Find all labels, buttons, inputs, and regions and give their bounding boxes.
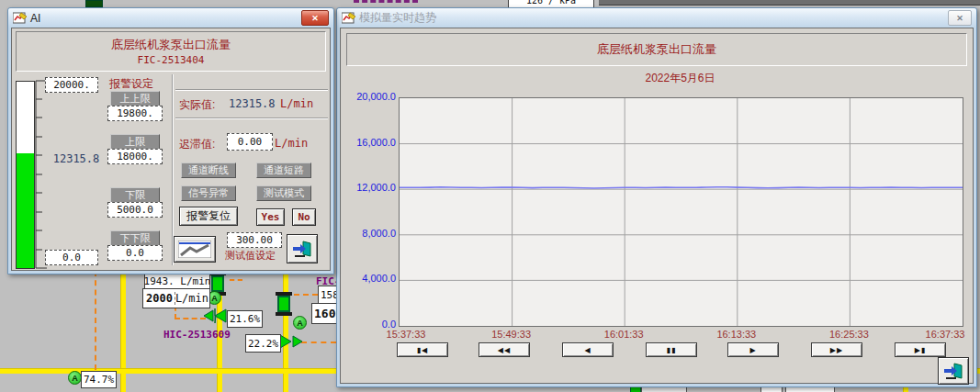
trend-window-title: 模拟量实时趋势 [359, 10, 436, 26]
alarm-hi-field[interactable]: 18000. [107, 149, 163, 164]
playback-pause-button[interactable]: ▮▮ [646, 342, 697, 357]
playback-play-button[interactable]: ▶ [727, 342, 779, 357]
hysteresis-label: 迟滞值: [179, 137, 215, 152]
playback-skip-end-button[interactable]: ▶▮ [895, 342, 946, 357]
yes-button[interactable]: Yes [256, 208, 285, 226]
actual-value: 12315.8 [229, 97, 276, 110]
faceplate-tag: FIC-2513404 [17, 54, 325, 66]
hysteresis-unit: L/min [275, 137, 308, 150]
open-trend-button[interactable] [174, 236, 216, 263]
test-value-label: 测试值设定 [225, 249, 276, 263]
valve-percent-readout[interactable]: 22.2% [245, 334, 281, 353]
test-value-field[interactable]: 300.00 [227, 232, 282, 248]
trend-app-icon [342, 12, 355, 24]
signal-line [294, 294, 318, 296]
exit-door-icon [292, 240, 312, 258]
signal-line [301, 342, 336, 343]
trend-line [400, 187, 963, 188]
ai-window-content: 底层纸机浆泵出口流量 FIC-2513404 20000. 0.0 12315.… [11, 28, 331, 271]
x-tick-label: 16:25:33 [829, 329, 869, 340]
trend-exit-button[interactable] [938, 357, 969, 385]
gauge-current-value: 12315.8 [51, 152, 102, 165]
valve-percent-readout[interactable]: 74.7% [81, 371, 117, 388]
flow-setpoint-value: 2000 [144, 292, 175, 305]
alarm-reset-button[interactable]: 报警复位 [179, 207, 238, 226]
divider [175, 89, 328, 91]
channel-short-button[interactable]: 通道短路 [256, 162, 311, 178]
x-tick-label: 16:01:33 [604, 329, 644, 340]
x-tick-label: 16:37:33 [926, 329, 965, 340]
pump-symbol[interactable] [276, 292, 292, 316]
hic-tag-label: HIC-2513609 [163, 329, 231, 341]
y-tick-label: 16,000.0 [343, 137, 396, 148]
faceplate-header: 底层纸机浆泵出口流量 FIC-2513404 [16, 31, 326, 72]
y-tick-label: 4,000.0 [343, 273, 396, 284]
trend-window: 模拟量实时趋势 ✕ 底层纸机浆泵出口流量 2022年5月6日 20,000.0 … [336, 7, 977, 387]
flow-setpoint-box[interactable]: 2000 L/min [142, 288, 210, 308]
alarm-lo-label: 下限 [110, 187, 160, 203]
signal-line [230, 279, 242, 281]
channel-open-button[interactable]: 通道断线 [181, 162, 236, 178]
background-fragment [599, 0, 980, 6]
x-tick-label: 15:49:33 [491, 329, 531, 340]
alarm-settings-title: 报警设定 [109, 76, 153, 92]
ai-app-icon [13, 12, 27, 24]
test-mode-button[interactable]: 测试模式 [256, 185, 311, 201]
trend-header: 底层纸机浆泵出口流量 [346, 33, 967, 66]
alarm-hihi-label: 上上限 [110, 91, 160, 106]
signal-abnormal-button[interactable]: 信号异常 [181, 185, 236, 201]
gauge-min-field[interactable]: 0.0 [45, 250, 98, 265]
exit-door-icon [943, 362, 963, 380]
trend-window-content: 底层纸机浆泵出口流量 2022年5月6日 20,000.0 16,000.0 1… [340, 28, 974, 384]
trend-date-label: 2022年5月6日 [399, 71, 962, 86]
playback-fast-rewind-button[interactable]: ◀◀ [479, 342, 530, 357]
alarm-hi-label: 上限 [110, 134, 160, 150]
playback-fast-forward-button[interactable]: ▶▶ [811, 342, 862, 357]
ai-window-title: AI [30, 12, 40, 25]
actual-value-label: 实际值: [179, 97, 215, 113]
no-button[interactable]: No [292, 208, 316, 226]
alarm-lolo-field[interactable]: 0.0 [107, 245, 163, 261]
alarm-lo-field[interactable]: 5000.0 [107, 202, 163, 218]
background-fragment [85, 0, 103, 7]
x-tick-label: 16:13:33 [716, 329, 756, 340]
hysteresis-field[interactable]: 0.00 [227, 133, 273, 151]
level-gauge [16, 81, 35, 269]
faceplate-description: 底层纸机浆泵出口流量 [17, 37, 325, 53]
analog-badge: A [293, 316, 307, 330]
valve-icon-left[interactable] [203, 308, 228, 324]
valve-icon-right[interactable] [278, 334, 303, 350]
x-tick-label: 15:37:33 [387, 329, 426, 340]
y-tick-label: 8,000.0 [343, 228, 396, 239]
playback-rewind-button[interactable]: ◀ [562, 342, 614, 357]
trend-window-titlebar[interactable]: 模拟量实时趋势 ✕ [337, 8, 976, 28]
signal-line [95, 271, 96, 370]
trend-close-button[interactable]: ✕ [948, 10, 972, 26]
ai-faceplate-window: AI ✕ 底层纸机浆泵出口流量 FIC-2513404 20000. 0.0 1… [7, 7, 334, 274]
valve-percent-readout[interactable]: 21.6% [227, 310, 263, 328]
faceplate-exit-button[interactable] [287, 234, 318, 263]
playback-skip-start-button[interactable]: ▮◀ [397, 342, 448, 357]
level-gauge-fill [17, 153, 34, 268]
actual-value-unit: L/min [280, 97, 313, 110]
gauge-max-field[interactable]: 20000. [45, 77, 98, 93]
alarm-hihi-field[interactable]: 19800. [107, 106, 163, 121]
y-tick-label: 20,000.0 [343, 91, 396, 102]
divider [175, 118, 328, 119]
ai-close-button[interactable]: ✕ [301, 10, 329, 26]
grid-lines [400, 98, 963, 326]
background-fragment [354, 0, 418, 6]
trend-plot-area [399, 97, 963, 327]
alarm-lolo-label: 下下限 [110, 230, 160, 246]
gauge-scale-ticks [35, 80, 48, 269]
y-tick-label: 12,000.0 [343, 182, 396, 193]
flow-setpoint-unit: L/min [175, 292, 208, 305]
signal-line [175, 318, 206, 319]
ai-window-titlebar[interactable]: AI ✕ [8, 8, 333, 28]
trend-chart-icon [178, 241, 211, 258]
analog-badge: A [68, 371, 82, 385]
